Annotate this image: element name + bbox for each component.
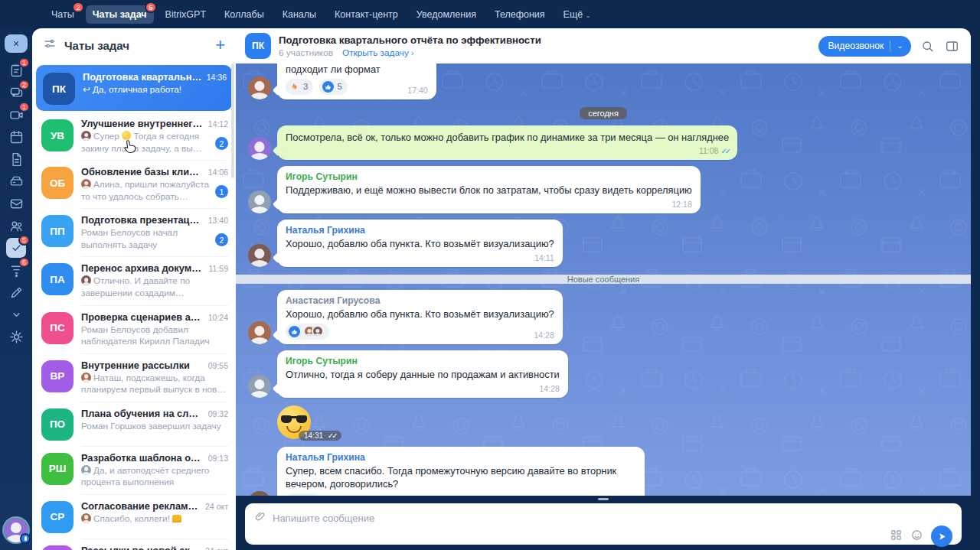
- tasks-icon[interactable]: 1: [6, 60, 26, 80]
- message-sender-name[interactable]: Наталья Грихина: [286, 225, 554, 236]
- nav-item-label: Чаты задач: [93, 9, 147, 20]
- send-button[interactable]: [931, 526, 952, 547]
- filter-icon[interactable]: [43, 37, 57, 54]
- composer-resize-handle[interactable]: [598, 498, 609, 500]
- message-time: 12:18: [672, 200, 692, 209]
- message-sender-avatar[interactable]: [248, 321, 271, 344]
- chat-list-item[interactable]: ВРВнутренние рассылки09:55Наташ, подскаж…: [32, 353, 236, 402]
- message-sender-name[interactable]: Наталья Грихина: [286, 452, 636, 463]
- chat-item-last-message: Супер Тогда я сегодня закину план в зада…: [81, 131, 211, 155]
- settings-icon[interactable]: [6, 327, 26, 347]
- message-composer[interactable]: Напишите сообщение: [245, 503, 962, 545]
- sign-icon[interactable]: [6, 282, 26, 302]
- messenger-icon[interactable]: 5: [6, 238, 26, 258]
- chat-item-time: 09:13: [208, 454, 228, 463]
- message-sender-name[interactable]: Игорь Сутырин: [286, 356, 560, 366]
- chat-list-item[interactable]: ПАПеренос архива документов11:59Отлично.…: [32, 256, 236, 304]
- message-input[interactable]: Напишите сообщение: [273, 513, 374, 524]
- nav-item-чаты-задач[interactable]: Чаты задач5: [86, 5, 154, 24]
- sender-avatar: [81, 275, 91, 285]
- chat-item-avatar: РШ: [41, 453, 74, 485]
- chat-list-item[interactable]: ПСПроверка сценариев автоматиче...10:24Р…: [32, 305, 236, 353]
- mail-icon[interactable]: [6, 194, 26, 213]
- unread-count-badge: 1: [215, 185, 228, 198]
- chat-item-title: Проверка сценариев автоматиче...: [81, 311, 204, 323]
- chat-list-scrollbar[interactable]: [231, 63, 234, 178]
- chat-item-last-message: Роман Горшков завершил задачу: [81, 421, 228, 433]
- side-panel-icon[interactable]: [943, 37, 960, 54]
- open-task-link[interactable]: Открыть задачу ›: [342, 47, 413, 58]
- chat-list-item[interactable]: ПППодготовка презентации для пар...13:40…: [32, 208, 236, 256]
- message-row: Наталья ГрихинаХорошо, добавлю оба пункт…: [248, 220, 959, 267]
- chat-item-time: 09:55: [208, 361, 228, 370]
- chat-item-last-message: Алина, пришли пожалуйста то что удалось …: [81, 179, 211, 203]
- nav-item-чаты[interactable]: Чаты2: [44, 5, 81, 24]
- calendar-icon[interactable]: [6, 127, 26, 147]
- reaction-pill[interactable]: 5: [319, 79, 347, 95]
- unread-badge: 2: [72, 2, 83, 13]
- create-chat-button[interactable]: +: [215, 37, 225, 54]
- sender-avatar: [81, 179, 91, 189]
- nav-item-label: Коллабы: [224, 9, 264, 20]
- message-sender-avatar[interactable]: [248, 190, 271, 213]
- crm-funnel-icon[interactable]: 6: [6, 260, 26, 280]
- reaction-pill[interactable]: 3: [286, 79, 313, 95]
- message-sender-avatar[interactable]: [248, 375, 271, 398]
- message-sender-avatar[interactable]: [248, 137, 271, 160]
- chat-item-avatar: ПС: [41, 312, 74, 344]
- chat-item-time: 13:40: [208, 216, 228, 225]
- wink-emoji: [122, 131, 131, 140]
- chat-list-panel: Чаты задач + ПКПодготовка квартального о…: [32, 28, 236, 550]
- nav-item-телефония[interactable]: Телефония: [488, 5, 552, 24]
- chat-list-item[interactable]: РШРазработка шаблона отчёта по п...09:13…: [32, 446, 236, 494]
- chat-list-item[interactable]: ПКПодготовка квартального отчёта...14:36…: [36, 65, 232, 111]
- message-bubble: Анастасия ГирусоваХорошо, добавлю оба пу…: [277, 290, 563, 344]
- composer-area: Напишите сообщение: [236, 496, 971, 550]
- emoji-icon[interactable]: [910, 529, 923, 545]
- chat-list-item[interactable]: ПОПлана обучения на следующий к...09:32Р…: [32, 402, 236, 446]
- message-time: 11:08✓✓: [699, 146, 729, 155]
- message-sender-avatar[interactable]: [248, 76, 271, 99]
- chat-list-item[interactable]: УВУлучшение внутреннего онборди...14:12С…: [32, 112, 236, 160]
- video-call-button[interactable]: Видеозвонок⌄: [818, 36, 911, 57]
- collapse-rail-button[interactable]: ×: [5, 34, 28, 53]
- chat-list-item[interactable]: РПРассылки по новой акции24 окт↩Тогда к …: [32, 539, 236, 550]
- chat-list-item[interactable]: СРСогласование рекламного мак...24 октСп…: [32, 494, 236, 539]
- chat-list-item[interactable]: ОБОбновление базы клиентов14:06Алина, пр…: [32, 160, 236, 208]
- nav-item-bitrixgpt[interactable]: BitrixGPT: [158, 5, 213, 24]
- message-sender-avatar[interactable]: [248, 244, 271, 267]
- attach-icon[interactable]: [254, 510, 266, 526]
- message-row: Игорь СутыринПоддерживаю, и ещё можно вы…: [248, 166, 959, 213]
- apps-grid-icon[interactable]: [890, 529, 903, 545]
- video-icon[interactable]: 1: [6, 105, 26, 125]
- nav-item-label: Чаты: [51, 9, 74, 20]
- like-reaction-icon: [289, 326, 300, 337]
- nav-item-label: Уведомления: [416, 9, 476, 20]
- message-bubble: Игорь СутыринПоддерживаю, и ещё можно вы…: [277, 166, 701, 213]
- reaction-pill[interactable]: [286, 324, 329, 340]
- nav-item-каналы[interactable]: Каналы: [276, 5, 323, 24]
- nav-item-label: BitrixGPT: [165, 9, 206, 20]
- unread-badge: 1: [18, 57, 30, 68]
- nav-item-ещё[interactable]: Ещё⌄: [557, 5, 598, 24]
- message-sender-name[interactable]: Анастасия Гирусова: [286, 295, 554, 306]
- people-icon[interactable]: [6, 216, 26, 236]
- message-text: Поддерживаю, и ещё можно вывести блок по…: [286, 184, 692, 197]
- nav-item-коллабы[interactable]: Коллабы: [217, 5, 271, 24]
- drive-icon[interactable]: [6, 171, 26, 191]
- chevron-down-icon[interactable]: [6, 304, 26, 324]
- participants-count: 6 участников: [279, 47, 333, 58]
- unread-badge: 1: [18, 102, 30, 112]
- search-icon[interactable]: [919, 37, 936, 54]
- message-sender-name[interactable]: Игорь Сутырин: [286, 171, 692, 182]
- message-bubble: выгрузила основу, посмотрите, подходит л…: [277, 63, 436, 99]
- chats-icon[interactable]: 2: [6, 83, 26, 103]
- nav-item-уведомления[interactable]: Уведомления: [410, 5, 483, 24]
- chat-item-title: Улучшение внутреннего онборди...: [81, 118, 204, 129]
- sender-avatar: [81, 465, 91, 475]
- user-avatar[interactable]: [4, 518, 28, 542]
- document-icon[interactable]: [6, 149, 26, 169]
- nav-item-контакт-центр[interactable]: Контакт-центр: [328, 5, 405, 24]
- reply-icon: ↩: [83, 84, 90, 95]
- chat-item-avatar: ПО: [41, 408, 74, 441]
